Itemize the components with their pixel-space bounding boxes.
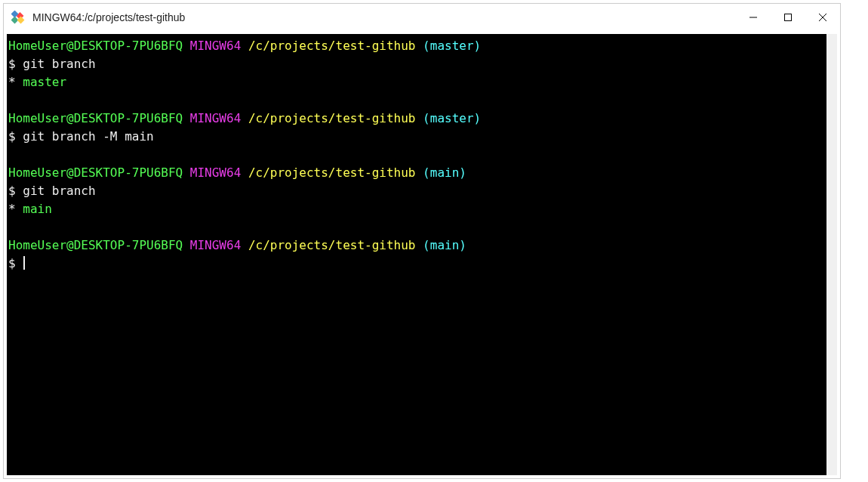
- titlebar[interactable]: MINGW64:/c/projects/test-github: [4, 4, 840, 31]
- window-controls: [736, 4, 840, 31]
- minimize-button[interactable]: [736, 4, 771, 31]
- svg-rect-5: [785, 14, 792, 21]
- terminal-window: MINGW64:/c/projects/test-github HomeUser…: [3, 3, 841, 479]
- git-bash-icon: [11, 11, 25, 24]
- window-title: MINGW64:/c/projects/test-github: [32, 11, 185, 23]
- terminal-content[interactable]: HomeUser@DESKTOP-7PU6BFQ MINGW64 /c/proj…: [7, 34, 826, 475]
- maximize-button[interactable]: [771, 4, 805, 31]
- terminal-wrap: HomeUser@DESKTOP-7PU6BFQ MINGW64 /c/proj…: [4, 31, 840, 478]
- scrollbar[interactable]: [826, 34, 837, 475]
- close-button[interactable]: [805, 4, 840, 31]
